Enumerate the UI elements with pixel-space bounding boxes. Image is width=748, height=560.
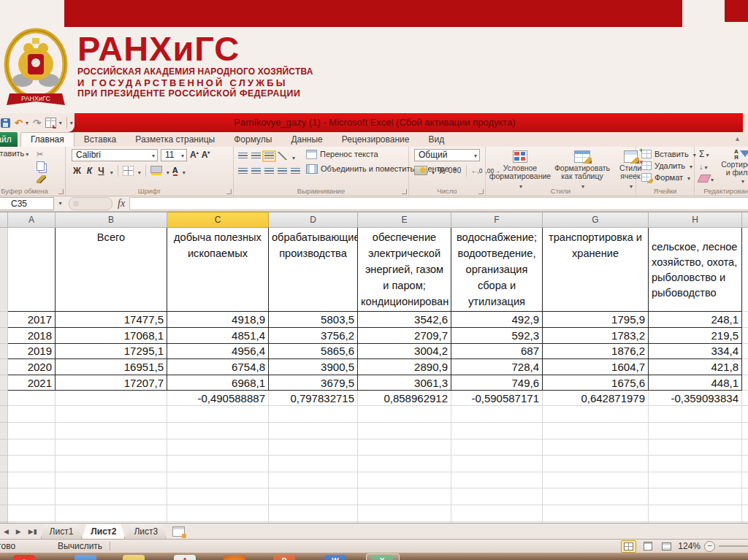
font-size-combo[interactable]: 11	[161, 149, 187, 161]
row-header-cell[interactable]	[0, 375, 8, 391]
cut-icon[interactable]: ✂	[37, 150, 47, 158]
decrease-indent-icon[interactable]	[278, 168, 287, 175]
value-cell[interactable]: 1876,2	[543, 343, 649, 359]
grid-cell[interactable]	[167, 488, 269, 505]
value-cell[interactable]: 5803,5	[269, 312, 358, 328]
grid-cell[interactable]	[358, 422, 451, 439]
taskbar-icon-word[interactable]: W	[324, 555, 346, 560]
grid-cell[interactable]	[649, 406, 742, 423]
value-cell[interactable]: 4956,4	[167, 343, 269, 359]
grid-cell[interactable]	[742, 359, 748, 375]
grid-cell[interactable]	[56, 406, 167, 423]
taskbar-icon-app-blue[interactable]	[75, 555, 96, 560]
formula-input[interactable]	[129, 197, 748, 210]
tab-formulas[interactable]: Формулы	[224, 133, 281, 147]
grid-cell[interactable]	[167, 505, 269, 521]
grid-cell[interactable]	[269, 472, 358, 488]
sheet-tab-list3[interactable]: Лист3	[125, 524, 167, 539]
value-cell[interactable]: 16951,5	[56, 359, 167, 375]
grid-cell[interactable]	[56, 505, 167, 521]
correlation-cell[interactable]: 0,797832715	[269, 391, 358, 406]
tab-page-layout[interactable]: Разметка страницы	[126, 133, 224, 147]
value-cell[interactable]: 219,5	[649, 328, 742, 344]
row-header-cell[interactable]	[0, 406, 8, 423]
column-header-B[interactable]: B	[56, 212, 167, 228]
grid-cell[interactable]	[56, 391, 167, 406]
column-header-C[interactable]: C	[167, 212, 269, 228]
autosum-button[interactable]: Σ	[699, 149, 714, 159]
redo-icon[interactable]: ↷	[33, 118, 41, 128]
taskbar-icon-excel[interactable]: X	[371, 555, 393, 560]
font-color-icon[interactable]: А	[172, 166, 178, 174]
grid-cell[interactable]	[543, 472, 649, 488]
column-header-H[interactable]: H	[649, 212, 742, 228]
grid-cell[interactable]	[543, 505, 649, 521]
grid-cell[interactable]	[56, 422, 167, 439]
value-cell[interactable]: 592,3	[451, 328, 543, 344]
value-cell[interactable]: 6754,8	[167, 359, 269, 375]
grid-cell[interactable]	[167, 472, 269, 488]
grid-cell[interactable]	[269, 406, 358, 423]
borders-dropdown-icon[interactable]	[137, 164, 141, 177]
underline-button[interactable]: Ч	[96, 166, 105, 176]
taskbar-icon-firefox[interactable]	[224, 555, 245, 560]
cell-header-water[interactable]: водоснабжение; водоотведение, организаци…	[451, 228, 543, 312]
tab-home[interactable]: Главная	[20, 132, 75, 147]
value-cell[interactable]: 448,1	[649, 375, 742, 391]
year-cell[interactable]: 2019	[8, 343, 56, 359]
column-header-extra[interactable]	[742, 212, 748, 228]
sheet-tab-list1[interactable]: Лист1	[41, 524, 83, 539]
value-cell[interactable]: 2890,9	[358, 359, 451, 375]
clear-button[interactable]	[699, 174, 714, 184]
value-cell[interactable]: 3679,5	[269, 375, 358, 391]
row-header-cell[interactable]	[0, 391, 8, 406]
copy-icon[interactable]	[37, 161, 45, 171]
grid-cell[interactable]	[742, 328, 748, 344]
row-header-cell[interactable]	[0, 439, 8, 456]
grid-cell[interactable]	[451, 422, 543, 439]
tab-review[interactable]: Рецензирование	[332, 133, 419, 147]
grid-cell[interactable]	[649, 422, 742, 439]
insert-function-icon[interactable]: fx	[118, 198, 125, 210]
orientation-dropdown-icon[interactable]	[291, 150, 295, 163]
value-cell[interactable]: 3004,2	[358, 343, 451, 359]
prev-sheet-icon[interactable]: ◀	[0, 528, 12, 535]
value-cell[interactable]: 17068,1	[56, 328, 167, 344]
grid-cell[interactable]	[167, 406, 269, 423]
value-cell[interactable]: 492,9	[451, 312, 543, 328]
value-cell[interactable]: 3061,3	[358, 375, 451, 391]
normal-view-button[interactable]	[621, 540, 636, 553]
grid-cell[interactable]	[8, 422, 56, 439]
grid-cell[interactable]	[358, 456, 451, 472]
grid-cell[interactable]	[8, 456, 56, 472]
grid-cell[interactable]	[742, 488, 748, 505]
grid-cell[interactable]	[167, 439, 269, 456]
value-cell[interactable]: 1675,6	[543, 375, 649, 391]
grid-cell[interactable]	[742, 228, 748, 312]
grid-cell[interactable]	[742, 472, 748, 488]
italic-button[interactable]: К	[85, 166, 94, 176]
insert-worksheet-icon[interactable]	[172, 526, 185, 537]
grid-cell[interactable]	[167, 456, 269, 472]
grid-cell[interactable]	[742, 422, 748, 439]
cell-header-mining[interactable]: добыча полезных ископаемых	[167, 228, 269, 312]
grid-cell[interactable]	[269, 439, 358, 456]
grid-cell[interactable]	[358, 472, 451, 488]
name-box[interactable]: C35	[0, 197, 54, 210]
value-cell[interactable]: 3542,6	[358, 312, 451, 328]
select-all-corner[interactable]	[0, 212, 8, 228]
row-header-cell[interactable]	[0, 488, 8, 505]
format-painter-icon[interactable]	[37, 175, 46, 183]
year-cell[interactable]: 2020	[8, 359, 56, 375]
zoom-level[interactable]: 124%	[678, 541, 701, 551]
grid-cell[interactable]	[742, 391, 748, 406]
row-header-cell[interactable]	[0, 456, 8, 472]
underline-dropdown-icon[interactable]	[109, 164, 113, 177]
tab-view[interactable]: Вид	[419, 133, 454, 147]
paste-button[interactable]: Вставить	[0, 149, 29, 158]
value-cell[interactable]: 3900,5	[269, 359, 358, 375]
grid-cell[interactable]	[451, 456, 543, 472]
row-header-cell[interactable]	[0, 343, 8, 359]
sheet-tab-list2[interactable]: Лист2	[82, 524, 125, 539]
grid-cell[interactable]	[269, 456, 358, 472]
